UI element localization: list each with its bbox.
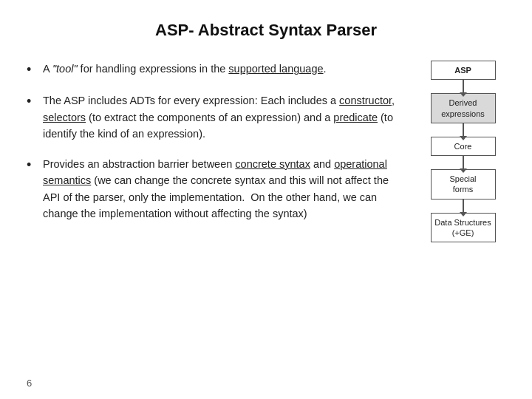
diagram-arrow-3 (463, 156, 464, 169)
tool-italic: "tool" (52, 63, 78, 75)
bullet-dot-3: • (27, 156, 40, 174)
bullet-text-3: Provides an abstraction barrier between … (43, 156, 406, 222)
diagram-arrow-1 (463, 80, 464, 93)
supported-language-link: supported language (228, 63, 323, 75)
diagram-box-data-structures: Data Structures(+GE) (431, 213, 496, 243)
operational-semantics-link: operational semantics (43, 158, 387, 186)
bullet-dot-1: • (27, 61, 40, 79)
bullet-1: • A "tool" for handling expressions in t… (27, 61, 406, 79)
bullet-2: • The ASP includes ADTs for every expres… (27, 92, 406, 142)
constructor-link: constructor (339, 95, 392, 106)
diagram: ASP Derivedexpressions Core Specialforms… (420, 61, 505, 384)
slide: ASP- Abstract Syntax Parser • A "tool" f… (0, 0, 532, 399)
diagram-arrow-4 (463, 200, 464, 213)
concrete-syntax-link: concrete syntax (235, 158, 310, 170)
bullet-3: • Provides an abstraction barrier betwee… (27, 156, 406, 222)
diagram-box-derived: Derivedexpressions (431, 93, 496, 123)
diagram-box-special: Specialforms (431, 169, 496, 200)
predicate-link: predicate (333, 112, 378, 123)
diagram-arrow-2 (463, 123, 464, 137)
diagram-box-asp: ASP (431, 61, 496, 80)
bullet-dot-2: • (27, 92, 40, 111)
bullet-text-1: A "tool" for handling expressions in the… (43, 61, 406, 77)
slide-title: ASP- Abstract Syntax Parser (27, 21, 505, 40)
selectors-link: selectors (43, 112, 86, 123)
page-number: 6 (27, 378, 32, 389)
content-area: • A "tool" for handling expressions in t… (27, 61, 505, 384)
bullet-text-2: The ASP includes ADTs for every expressi… (43, 92, 406, 142)
main-text: • A "tool" for handling expressions in t… (27, 61, 420, 384)
